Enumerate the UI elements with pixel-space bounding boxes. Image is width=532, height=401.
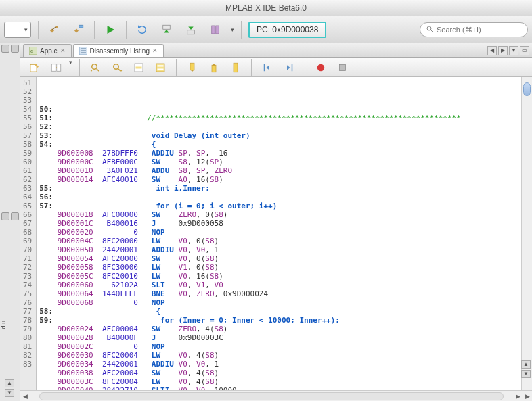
code-line[interactable]: 50: [39, 105, 521, 114]
tab-scroll-right-icon[interactable]: ▶ [498, 46, 508, 55]
vertical-scrollbar[interactable]: ▲ ▼ [521, 77, 532, 390]
tab-disassembly[interactable]: Disassembly Listing ✕ [73, 44, 164, 57]
disassembly-editor: 5152535455565758596061626364656667686970… [20, 77, 532, 390]
bookmark-prev-icon[interactable] [183, 59, 201, 76]
code-line[interactable]: 57: for (i = 0; i < outer; i++) [39, 202, 521, 210]
code-line[interactable]: 9D000020 0 NOP [39, 228, 521, 237]
code-line[interactable]: 9D000030 8FC20004 LW V0, 4(S8) [39, 351, 521, 360]
code-line[interactable]: 54: { [39, 140, 521, 149]
code-line[interactable]: 9D00003C 8FC20004 LW V0, 4(S8) [39, 377, 521, 386]
dock-tab[interactable] [11, 45, 19, 53]
export-icon[interactable] [26, 59, 43, 76]
svg-point-16 [92, 64, 97, 69]
scrollbar-track[interactable] [39, 392, 504, 400]
search-input[interactable] [437, 26, 530, 34]
gutter-line: 56 [23, 122, 32, 131]
code-line[interactable]: 55: int i,Inner; [39, 184, 521, 193]
code-line[interactable]: 58: { [39, 307, 521, 316]
sync-icon[interactable] [47, 59, 65, 76]
code-line[interactable]: 9D000050 24420001 ADDIU V0, V0, 1 [39, 245, 521, 254]
config-combo[interactable]: ▾ [4, 22, 31, 38]
gutter-line: 76 [23, 298, 32, 307]
gutter-line: 59 [23, 149, 32, 158]
code-line[interactable]: 52: [39, 122, 521, 131]
code-line[interactable]: 9D000008 27BDFFF0 ADDIU SP, SP, -16 [39, 149, 521, 158]
shift-right-icon[interactable] [280, 59, 298, 76]
code-line[interactable]: 56: [39, 193, 521, 202]
bookmark-toggle-icon[interactable] [227, 59, 244, 76]
scroll-right-icon[interactable]: ▶ [513, 393, 523, 400]
program-counter-display[interactable]: PC: 0x9D000038 [248, 22, 326, 38]
scroll-right-icon[interactable]: ▶ [523, 393, 532, 400]
search-box[interactable]: × [420, 22, 528, 37]
code-line[interactable]: 9D00004C 8FC20000 LW V0, 0(S8) [39, 237, 521, 245]
code-line[interactable]: 9D000010 3A0F021 ADDU S8, SP, ZERO [39, 166, 521, 175]
tab-app-c[interactable]: c App.c ✕ [23, 44, 72, 57]
code-line[interactable]: 9D000040 28422710 SLTI V0, V0, 10000 [39, 386, 521, 390]
code-line[interactable]: 59: for (Inner = 0; Inner < 10000; Inner… [39, 316, 521, 325]
code-line[interactable]: 9D00000C AFBE000C SW S8, 12(SP) [39, 158, 521, 166]
window-titlebar: MPLAB X IDE Beta6.0 [0, 0, 532, 16]
code-line[interactable]: 9D00005C 8FC20010 LW V0, 16(S8) [39, 272, 521, 281]
gutter-line: 74 [23, 281, 32, 289]
find-next-icon[interactable] [108, 59, 126, 76]
tab-list-icon[interactable]: ▾ [509, 46, 518, 55]
download-green-button[interactable] [158, 21, 175, 39]
code-line[interactable]: 9D000038 AFC20004 SW V0, 4(S8) [39, 369, 521, 377]
code-line[interactable]: 9D000054 AFC20000 SW V0, 0(S8) [39, 254, 521, 263]
run-button[interactable] [102, 21, 119, 39]
maximize-icon[interactable]: ▭ [520, 46, 529, 55]
code-line[interactable]: 9D000028 B40000F J 0x9D00003C [39, 333, 521, 342]
code-line[interactable]: 9D00001C B400016 J 0x9D000058 [39, 219, 521, 228]
code-line[interactable]: 53: void Delay (int outer) [39, 131, 521, 140]
search-icon [426, 25, 434, 34]
scrollbar-thumb[interactable] [523, 82, 531, 96]
highlight-icon[interactable] [130, 59, 148, 76]
code-line[interactable]: 51: //**********************************… [39, 114, 521, 122]
scroll-up-icon[interactable]: ▲ [5, 379, 14, 387]
highlight-all-icon[interactable] [152, 59, 169, 76]
tab-scroll-left-icon[interactable]: ◀ [487, 46, 497, 55]
stop-icon[interactable] [334, 59, 351, 76]
chevron-down-icon[interactable]: ▾ [69, 59, 72, 76]
svg-rect-29 [292, 64, 293, 71]
horizontal-scrollbar[interactable]: ◀ ▶ ▶ [20, 390, 532, 401]
dock-tab[interactable] [1, 212, 9, 220]
reset-button[interactable] [133, 21, 151, 39]
code-line[interactable]: 9D000034 24420001 ADDIU V0, V0, 1 [39, 360, 521, 369]
chevron-down-icon[interactable]: ▾ [231, 26, 234, 33]
gutter-line: 63 [23, 184, 32, 193]
code-line[interactable]: 9D000058 8FC30000 LW V1, 0(S8) [39, 263, 521, 272]
code-area[interactable]: 50: 51: //******************************… [37, 77, 521, 390]
code-line[interactable]: 9D000068 0 NOP [39, 298, 521, 307]
settings-button[interactable] [206, 21, 224, 39]
record-icon[interactable] [312, 59, 330, 76]
svg-rect-23 [158, 65, 164, 66]
gutter-line: 73 [23, 272, 32, 281]
clean-build-button[interactable] [70, 21, 87, 39]
dock-tab[interactable] [1, 45, 9, 53]
code-line[interactable]: 9D000060 62102A SLT V0, V1, V0 [39, 281, 521, 289]
scroll-down-icon[interactable]: ▼ [5, 389, 14, 397]
gutter-line: 78 [23, 316, 32, 325]
scroll-down-icon[interactable]: ▼ [521, 370, 531, 378]
build-button[interactable] [45, 21, 63, 39]
find-prev-icon[interactable] [87, 59, 104, 76]
close-icon[interactable]: ✕ [152, 47, 158, 54]
scroll-left-icon[interactable]: ◀ [20, 393, 30, 400]
code-line[interactable]: 9D000024 AFC00004 SW ZERO, 4(S8) [39, 325, 521, 333]
gutter-line: 68 [23, 228, 32, 237]
gutter-line: 83 [23, 360, 32, 369]
dock-tab[interactable] [11, 212, 19, 220]
scroll-up-icon[interactable]: ▲ [521, 360, 531, 369]
separator [38, 21, 39, 39]
bookmark-next-icon[interactable] [205, 59, 223, 76]
shift-left-icon[interactable] [259, 59, 276, 76]
code-line[interactable]: 9D00002C 0 NOP [39, 342, 521, 351]
code-line[interactable]: 9D000014 AFC40010 SW A0, 16(S8) [39, 175, 521, 184]
close-icon[interactable]: ✕ [60, 47, 66, 54]
code-line[interactable]: 9D000018 AFC00000 SW ZERO, 0(S8) [39, 210, 521, 219]
upload-green-button[interactable] [182, 21, 200, 39]
chevron-down-icon: ▾ [24, 26, 28, 33]
code-line[interactable]: 9D000064 1440FFEF BNE V0, ZERO, 0x9D0000… [39, 289, 521, 298]
